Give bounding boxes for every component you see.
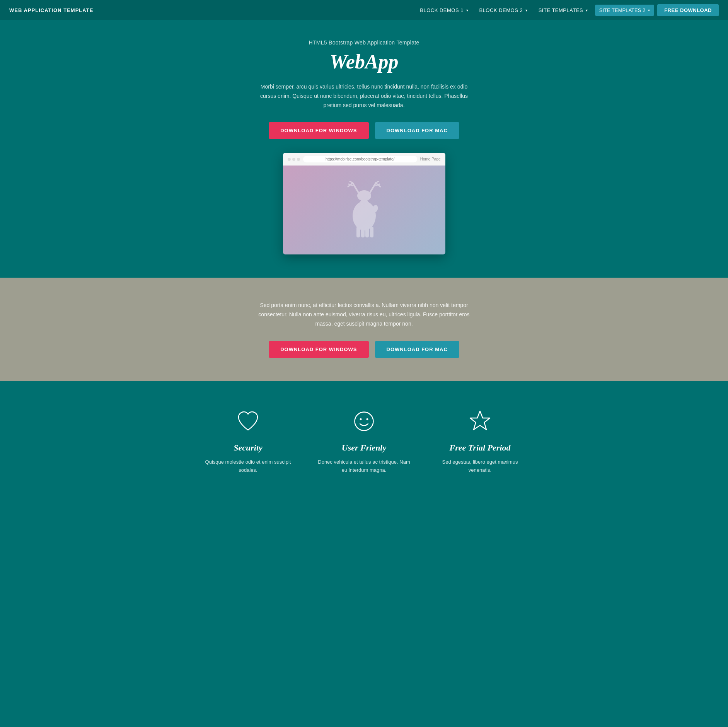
svg-rect-14 — [370, 227, 373, 237]
svg-rect-13 — [365, 227, 369, 237]
chevron-down-icon: ▾ — [586, 8, 588, 12]
browser-dot-red — [288, 158, 291, 161]
features-section: Security Quisque molestie odio et enim s… — [0, 381, 728, 505]
hero-section: HTML5 Bootstrap Web Application Template… — [0, 20, 728, 278]
deer-icon — [341, 181, 387, 239]
gray-section-description: Sed porta enim nunc, at efficitur lectus… — [256, 301, 472, 328]
svg-point-8 — [357, 190, 371, 201]
site-templates-menu[interactable]: SITE TEMPLATES ▾ — [535, 5, 592, 15]
chevron-down-icon: ▾ — [466, 8, 469, 12]
feature-security: Security Quisque molestie odio et enim s… — [202, 408, 295, 474]
svg-line-0 — [353, 183, 358, 193]
svg-rect-12 — [361, 227, 365, 237]
free-download-button[interactable]: FREE DOWNLOAD — [657, 4, 719, 16]
chevron-down-icon: ▾ — [525, 8, 528, 12]
browser-dot-green — [297, 158, 300, 161]
download-windows-button[interactable]: DOWNLOAD FOR WINDOWS — [269, 122, 368, 139]
security-icon-container — [235, 408, 262, 435]
gray-section: Sed porta enim nunc, at efficitur lectus… — [0, 278, 728, 381]
svg-marker-19 — [470, 411, 490, 430]
gray-section-buttons: DOWNLOAD FOR WINDOWS DOWNLOAD FOR MAC — [8, 341, 720, 358]
hero-buttons: DOWNLOAD FOR WINDOWS DOWNLOAD FOR MAC — [8, 122, 720, 139]
svg-point-17 — [360, 418, 362, 420]
hero-description: Morbi semper, arcu quis varius ultricies… — [260, 82, 469, 110]
svg-point-10 — [353, 201, 376, 230]
star-icon — [467, 409, 493, 434]
browser-dots — [288, 158, 300, 161]
user-friendly-icon-container — [351, 408, 378, 435]
svg-line-2 — [350, 181, 353, 183]
hero-title: WebApp — [8, 50, 720, 73]
security-description: Quisque molestie odio et enim suscipit s… — [202, 458, 295, 474]
features-grid: Security Quisque molestie odio et enim s… — [190, 408, 538, 474]
user-friendly-description: Donec vehicula et tellus ac tristique. N… — [318, 458, 411, 474]
svg-rect-11 — [356, 227, 360, 237]
browser-content — [283, 166, 445, 254]
browser-url: https://mobirise.com/bootstrap-template/ — [303, 156, 417, 162]
chevron-down-icon: ▾ — [648, 8, 650, 12]
svg-point-18 — [367, 418, 368, 420]
navbar: WEB APPLICATION TEMPLATE BLOCK DEMOS 1 ▾… — [0, 0, 728, 20]
browser-dot-yellow — [292, 158, 295, 161]
feature-free-trial: Free Trial Period Sed egestas, libero eg… — [434, 408, 527, 474]
svg-line-4 — [370, 183, 376, 193]
security-title: Security — [202, 443, 295, 453]
block-demos-1-menu[interactable]: BLOCK DEMOS 1 ▾ — [416, 5, 472, 15]
download-mac-button[interactable]: DOWNLOAD FOR MAC — [375, 122, 459, 139]
browser-home: Home Page — [420, 157, 441, 161]
free-trial-title: Free Trial Period — [434, 443, 527, 453]
user-friendly-title: User Frienly — [318, 443, 411, 453]
gray-download-windows-button[interactable]: DOWNLOAD FOR WINDOWS — [269, 341, 368, 358]
navbar-brand: WEB APPLICATION TEMPLATE — [9, 7, 93, 13]
svg-point-16 — [355, 412, 373, 431]
browser-bar: https://mobirise.com/bootstrap-template/… — [283, 153, 445, 166]
smiley-icon — [351, 409, 377, 434]
free-trial-description: Sed egestas, libero eget maximus venenat… — [434, 458, 527, 474]
feature-user-friendly: User Frienly Donec vehicula et tellus ac… — [318, 408, 411, 474]
browser-mockup: https://mobirise.com/bootstrap-template/… — [283, 153, 445, 254]
free-trial-icon-container — [467, 408, 494, 435]
gray-download-mac-button[interactable]: DOWNLOAD FOR MAC — [375, 341, 459, 358]
site-templates-2-menu[interactable]: SITE TEMPLATES 2 ▾ — [595, 5, 654, 16]
hero-subtitle: HTML5 Bootstrap Web Application Template — [8, 39, 720, 46]
svg-line-6 — [376, 181, 379, 183]
block-demos-2-menu[interactable]: BLOCK DEMOS 2 ▾ — [475, 5, 531, 15]
navbar-right: BLOCK DEMOS 1 ▾ BLOCK DEMOS 2 ▾ SITE TEM… — [416, 4, 719, 16]
heart-icon — [235, 409, 261, 434]
